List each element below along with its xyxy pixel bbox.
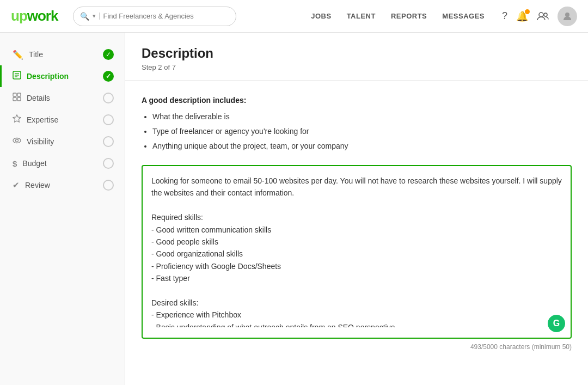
char-count: 493/5000 characters (minimum 50) <box>142 343 572 351</box>
review-check-empty <box>103 180 114 191</box>
details-check-empty <box>103 93 114 103</box>
tip-item-2: Anything unique about the project, team,… <box>152 140 572 152</box>
review-icon: ✔ <box>13 180 20 190</box>
notifications-button[interactable]: 🔔 <box>516 10 528 22</box>
sidebar: ✏️ Title ✓ Description ✓ <box>0 33 125 385</box>
logo[interactable]: upwork <box>11 8 58 25</box>
page-heading: Description Step 2 of 7 <box>125 33 588 81</box>
page-title: Description <box>142 46 572 61</box>
nav-messages[interactable]: MESSAGES <box>442 12 485 20</box>
tips-heading: A good description includes: <box>142 96 572 105</box>
description-textarea-wrap: G <box>142 165 572 339</box>
sidebar-item-budget[interactable]: $ Budget <box>0 152 125 174</box>
svg-rect-7 <box>13 93 16 96</box>
expertise-icon <box>13 114 21 125</box>
svg-rect-8 <box>17 93 21 96</box>
sidebar-label-budget: Budget <box>22 159 97 168</box>
description-textarea[interactable] <box>151 175 562 327</box>
sidebar-label-visibility: Visibility <box>27 137 97 146</box>
visibility-check-empty <box>103 136 114 147</box>
teams-button[interactable] <box>537 11 549 21</box>
grammarly-button[interactable]: G <box>548 315 565 332</box>
nav-links: JOBS TALENT REPORTS MESSAGES <box>311 12 485 20</box>
svg-rect-9 <box>13 97 16 101</box>
sidebar-label-description: Description <box>27 72 97 81</box>
user-avatar[interactable] <box>558 7 577 26</box>
logo-up: up <box>11 8 27 25</box>
title-check-icon: ✓ <box>103 49 114 60</box>
visibility-icon <box>13 136 21 147</box>
svg-point-2 <box>565 13 569 17</box>
budget-check-empty <box>103 158 114 169</box>
description-icon <box>13 71 21 82</box>
avatar-icon <box>562 11 572 21</box>
nav-talent[interactable]: TALENT <box>347 12 376 20</box>
main-content: Description Step 2 of 7 A good descripti… <box>125 33 588 385</box>
sidebar-item-expertise[interactable]: Expertise <box>0 109 125 131</box>
pencil-icon: ✏️ <box>13 50 23 60</box>
sidebar-label-review: Review <box>25 181 97 190</box>
budget-icon: $ <box>13 159 17 168</box>
sidebar-item-review[interactable]: ✔ Review <box>0 174 125 196</box>
details-icon <box>13 93 21 103</box>
description-body: A good description includes: What the de… <box>125 81 588 366</box>
sidebar-label-title: Title <box>29 50 97 59</box>
sidebar-item-title[interactable]: ✏️ Title ✓ <box>0 44 125 65</box>
tips-list: What the deliverable is Type of freelanc… <box>142 111 572 152</box>
logo-work: work <box>27 8 58 25</box>
search-bar[interactable]: 🔍 ▾ <box>73 7 236 26</box>
sidebar-item-details[interactable]: Details <box>0 87 125 109</box>
sidebar-item-visibility[interactable]: Visibility <box>0 131 125 152</box>
svg-rect-10 <box>17 97 21 101</box>
search-input[interactable] <box>103 12 229 20</box>
svg-point-12 <box>16 139 19 142</box>
tip-item-1: Type of freelancer or agency you're look… <box>152 126 572 137</box>
nav-reports[interactable]: REPORTS <box>391 12 427 20</box>
step-label: Step 2 of 7 <box>142 63 572 71</box>
page-layout: ✏️ Title ✓ Description ✓ <box>0 33 588 385</box>
help-button[interactable]: ? <box>502 10 507 22</box>
expertise-check-empty <box>103 114 114 125</box>
svg-point-0 <box>539 13 543 17</box>
sidebar-label-details: Details <box>27 94 97 102</box>
svg-point-1 <box>544 13 547 16</box>
sidebar-label-expertise: Expertise <box>27 115 97 124</box>
search-icon: 🔍 <box>80 12 89 21</box>
nav-jobs[interactable]: JOBS <box>311 12 331 20</box>
notification-dot <box>525 9 530 14</box>
teams-icon <box>537 11 549 21</box>
description-check-icon: ✓ <box>103 71 114 82</box>
search-filter-icon[interactable]: ▾ <box>93 13 100 20</box>
nav-icon-group: ? 🔔 <box>502 7 577 26</box>
sidebar-item-description[interactable]: Description ✓ <box>0 65 125 87</box>
tip-item-0: What the deliverable is <box>152 111 572 123</box>
top-navigation: upwork 🔍 ▾ JOBS TALENT REPORTS MESSAGES … <box>0 0 588 33</box>
